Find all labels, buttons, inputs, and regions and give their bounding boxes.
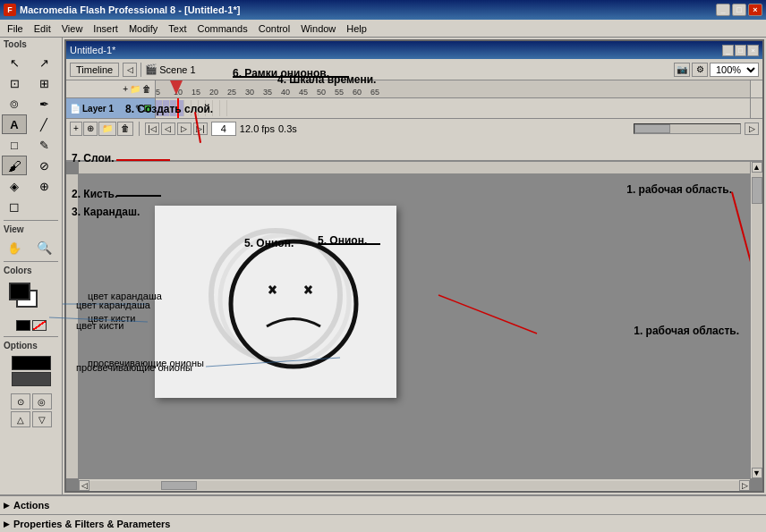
actions-panel-label: Actions <box>13 500 49 511</box>
menu-file[interactable]: File <box>2 21 29 36</box>
layer-row-container: 📄 Layer 1 ✎ <box>66 98 762 118</box>
option-btn-2[interactable]: ◎ <box>32 393 52 410</box>
add-layer-button[interactable]: + <box>70 122 82 136</box>
scroll-right-button[interactable]: ▷ <box>745 122 759 135</box>
stroke-color-box[interactable] <box>9 283 30 300</box>
doc-restore-button[interactable]: □ <box>735 45 746 56</box>
scene-name: Scene 1 <box>159 64 195 75</box>
scroll-thumb-h[interactable] <box>161 481 197 490</box>
option-btn-1[interactable]: ⊙ <box>11 393 30 410</box>
scroll-up-button[interactable]: ▲ <box>752 162 762 173</box>
line-tool[interactable]: ╱ <box>31 114 56 134</box>
option-btn-4[interactable]: ▽ <box>32 411 52 427</box>
properties-expand-icon[interactable]: ▶ <box>4 519 10 528</box>
scroll-left-button[interactable]: ◁ <box>79 480 89 491</box>
layer-1-row[interactable]: 📄 Layer 1 ✎ <box>66 98 156 118</box>
ruler-marks: 5 10 15 20 25 30 35 40 45 50 55 60 65 <box>156 80 750 97</box>
app-title: Macromedia Flash Professional 8 - [Untit… <box>20 4 240 15</box>
scene-icon: 🎬 <box>145 63 157 75</box>
scrollbar-thumb[interactable] <box>634 124 670 133</box>
colors-divider <box>4 336 58 337</box>
text-tool[interactable]: A <box>2 114 27 134</box>
options-label: Options <box>0 339 62 352</box>
ruler-row: + 📁 🗑 5 10 15 20 25 30 <box>66 80 762 98</box>
minimize-button[interactable]: _ <box>716 4 730 16</box>
canvas-scrollbar-v[interactable]: ▲ ▼ <box>750 162 762 478</box>
step-forward-button[interactable]: ▷| <box>193 122 208 135</box>
subselect-tool[interactable]: ↗ <box>31 53 56 72</box>
scroll-right-btn[interactable]: ▷ <box>739 480 750 491</box>
stage[interactable] <box>155 206 396 398</box>
menu-window[interactable]: Window <box>295 21 341 36</box>
brush-tool[interactable]: 🖌 <box>2 156 27 175</box>
arrow-tool[interactable]: ↖ <box>2 53 27 72</box>
delete-layer-button[interactable]: 🗑 <box>117 122 133 136</box>
delete-layer-icon[interactable]: 🗑 <box>142 84 151 94</box>
rect-tool[interactable]: □ <box>2 135 27 155</box>
black-white-icon[interactable] <box>16 320 30 331</box>
menu-commands[interactable]: Commands <box>192 21 252 36</box>
eraser-tool[interactable]: ◻ <box>2 197 27 216</box>
menu-edit[interactable]: Edit <box>29 21 56 36</box>
playhead-line <box>177 98 179 118</box>
layer-1-color <box>144 105 151 112</box>
timeline-divider <box>140 63 141 77</box>
bottom-panels: ▶ Actions ▶ Properties & Filters & Param… <box>0 494 766 532</box>
settings-icon[interactable]: ⚙ <box>692 63 708 77</box>
menu-text[interactable]: Text <box>163 21 192 36</box>
play-button[interactable]: ▷ <box>177 122 192 135</box>
app-icon: F <box>4 4 16 16</box>
pencil-tool[interactable]: ✎ <box>31 135 56 155</box>
pen-tool[interactable]: ✒ <box>31 94 56 114</box>
zoom-select[interactable]: 100% 50% 200% <box>710 63 759 77</box>
menu-modify[interactable]: Modify <box>123 21 163 36</box>
menu-insert[interactable]: Insert <box>88 21 123 36</box>
free-transform-tool[interactable]: ⊡ <box>2 73 27 93</box>
menu-help[interactable]: Help <box>341 21 372 36</box>
paint-bucket-tool[interactable]: ◈ <box>2 176 27 196</box>
layer-1-pencil[interactable]: ✎ <box>135 104 142 113</box>
canvas-scrollbar-h[interactable]: ◁ ▷ <box>79 478 750 491</box>
colors-label: Colors <box>0 264 62 277</box>
eyedropper-tool[interactable]: ⊕ <box>31 176 56 196</box>
option-btn-3[interactable]: △ <box>11 411 30 427</box>
tools-divider <box>4 220 58 221</box>
frame-counter[interactable]: 4 <box>211 122 236 136</box>
time-display: 0.3s <box>278 123 297 134</box>
annotation-1-line <box>731 191 750 391</box>
title-bar: F Macromedia Flash Professional 8 - [Unt… <box>0 0 766 20</box>
timeline-collapse-button[interactable]: ◁ <box>123 63 137 77</box>
stroke-size-selector[interactable] <box>12 356 51 370</box>
scroll-thumb-v[interactable] <box>752 177 762 204</box>
step-back-button[interactable]: ◁ <box>161 122 175 135</box>
tools-grid: ↖ ↗ ⊡ ⊞ ⌾ ✒ A ╱ □ ✎ 🖌 ⊘ ◈ ⊕ ◻ <box>0 51 62 218</box>
lasso-tool[interactable]: ⌾ <box>2 94 27 114</box>
timeline-scrollbar-h[interactable] <box>634 123 741 134</box>
camera-icon[interactable]: 📷 <box>674 63 690 77</box>
menu-control[interactable]: Control <box>253 21 295 36</box>
actions-expand-icon[interactable]: ▶ <box>4 501 10 510</box>
add-motion-guide-button[interactable]: ⊕ <box>83 122 98 136</box>
add-layer-icon[interactable]: + <box>123 84 128 94</box>
hand-tool[interactable]: ✋ <box>2 238 27 258</box>
scroll-down-button[interactable]: ▼ <box>752 468 762 478</box>
bottom-divider <box>139 122 140 136</box>
menu-view[interactable]: View <box>56 21 89 36</box>
add-folder-icon[interactable]: 📁 <box>130 84 140 94</box>
doc-close-button[interactable]: × <box>747 45 759 56</box>
zoom-tool[interactable]: 🔍 <box>31 238 56 258</box>
first-frame-button[interactable]: |◁ <box>145 122 159 135</box>
brush-size-selector[interactable] <box>12 372 51 386</box>
canvas-ruler-h <box>79 162 750 174</box>
view-label: View <box>0 223 62 236</box>
timeline-tab[interactable]: Timeline <box>70 63 119 77</box>
close-button[interactable]: × <box>748 4 762 16</box>
doc-minimize-button[interactable]: _ <box>722 45 734 56</box>
maximize-button[interactable]: □ <box>732 4 746 16</box>
timeline-controls: 📷 ⚙ 100% 50% 200% <box>674 63 759 77</box>
annotation-5: 5. Онион. <box>244 237 294 249</box>
gradient-transform-tool[interactable]: ⊞ <box>31 73 56 93</box>
ink-bottle-tool[interactable]: ⊘ <box>31 156 56 175</box>
add-folder-button[interactable]: 📁 <box>98 122 116 136</box>
no-color-icon[interactable] <box>32 320 47 331</box>
